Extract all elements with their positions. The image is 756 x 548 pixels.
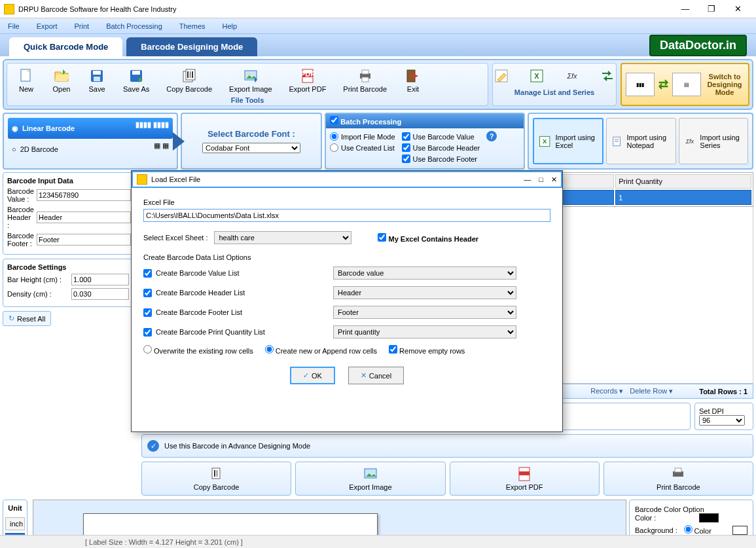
- select-font-label: Select Barcode Font :: [207, 129, 295, 139]
- app-icon: [4, 4, 14, 14]
- append-radio[interactable]: Create new or Append row cells: [265, 345, 377, 355]
- print-barcode-button[interactable]: Print Barcode: [337, 66, 393, 95]
- maximize-button[interactable]: ❐: [704, 3, 719, 16]
- bg-color-radio[interactable]: Color: [684, 525, 730, 535]
- svg-rect-17: [362, 70, 369, 74]
- value-col-select[interactable]: Barcode value: [333, 266, 516, 280]
- menubar: File Export Print Batch Processing Theme…: [0, 18, 756, 34]
- manage-swap-icon[interactable]: [592, 66, 622, 87]
- svg-rect-10: [192, 71, 193, 78]
- font-selector-panel: Select Barcode Font : Codabar Font: [181, 113, 322, 170]
- dpi-select[interactable]: 96: [699, 415, 745, 426]
- menu-help[interactable]: Help: [220, 21, 240, 31]
- col-qty[interactable]: Print Quantity: [615, 174, 751, 189]
- footer-col-select[interactable]: Footer: [333, 306, 516, 319]
- dialog-maximize[interactable]: □: [539, 175, 543, 184]
- density-input[interactable]: [71, 288, 129, 300]
- create-header-check[interactable]: [143, 289, 152, 297]
- 2d-barcode-radio[interactable]: ○2D Barcode▦ ▦: [8, 139, 173, 160]
- new-button[interactable]: New: [11, 66, 41, 95]
- use-barcode-header-check[interactable]: Use Barcode Header: [402, 142, 480, 153]
- export-pdf-button[interactable]: PDFExport PDF: [283, 66, 333, 95]
- linear-barcode-radio[interactable]: ◉Linear Barcode▮▮▮▮ ▮▮▮▮: [8, 118, 173, 139]
- svg-text:Σfx: Σfx: [685, 138, 694, 145]
- manage-edit-icon[interactable]: [486, 66, 516, 87]
- close-button[interactable]: ✕: [730, 3, 746, 16]
- saveas-button[interactable]: Save As: [117, 66, 155, 95]
- manage-fx-icon[interactable]: Σfx: [557, 66, 587, 87]
- open-button[interactable]: Open: [46, 66, 77, 95]
- excel-sheet-select[interactable]: health care: [214, 231, 351, 244]
- color-swatch[interactable]: [699, 513, 719, 522]
- menu-export[interactable]: Export: [34, 21, 60, 31]
- export-image-action[interactable]: Export Image: [295, 462, 445, 496]
- has-header-check[interactable]: My Excel Contains Header: [378, 233, 478, 243]
- unit-inch[interactable]: inch: [5, 517, 25, 530]
- menu-themes[interactable]: Themes: [177, 21, 208, 31]
- delete-row-dropdown[interactable]: Delete Row ▾: [630, 387, 673, 395]
- mode-tabs: Quick Barcode Mode Barcode Designing Mod…: [0, 34, 756, 56]
- print-barcode-action[interactable]: Print Barcode: [603, 462, 753, 496]
- minimize-button[interactable]: —: [677, 3, 693, 16]
- records-dropdown[interactable]: Records ▾: [590, 387, 623, 395]
- svg-text:Σfx: Σfx: [566, 72, 577, 80]
- barcode-header-input[interactable]: [37, 211, 131, 223]
- exit-button[interactable]: Exit: [398, 66, 428, 95]
- ok-button[interactable]: ✓ OK: [290, 367, 335, 384]
- titlebar: DRPU Barcode Software for Health Care In…: [0, 0, 756, 18]
- create-value-check[interactable]: [143, 269, 152, 278]
- switch-design-icon: ▤: [672, 73, 701, 96]
- overwrite-radio[interactable]: Overwrite the existing row cells: [143, 345, 253, 355]
- dialog-minimize[interactable]: —: [524, 175, 531, 184]
- tab-designing[interactable]: Barcode Designing Mode: [126, 37, 257, 56]
- header-col-select[interactable]: Header: [333, 286, 516, 299]
- menu-file[interactable]: File: [5, 21, 22, 31]
- import-notepad-button[interactable]: Import using Notepad: [606, 118, 675, 164]
- bg-swatch[interactable]: [732, 526, 747, 535]
- export-image-button[interactable]: Export Image: [223, 66, 278, 95]
- menu-print[interactable]: Print: [72, 21, 92, 31]
- remove-empty-check[interactable]: Remove empty rows: [389, 345, 465, 355]
- barcode-value-input[interactable]: [37, 189, 131, 201]
- switch-mode-button[interactable]: ▮▮▮ ⇄ ▤ Switch to Designing Mode: [621, 63, 749, 106]
- arrow-icon: [173, 132, 185, 151]
- 2d-barcode-icon: ▦ ▦: [154, 141, 169, 157]
- import-excel-button[interactable]: XImport using Excel: [533, 118, 603, 164]
- bar-height-input[interactable]: [71, 274, 129, 285]
- svg-rect-2: [93, 71, 101, 75]
- menu-batch[interactable]: Batch Processing: [103, 21, 165, 31]
- copy-barcode-action[interactable]: Copy Barcode: [141, 462, 291, 496]
- dialog-close[interactable]: ✕: [551, 175, 557, 184]
- copy-barcode-button[interactable]: Copy Barcode: [160, 66, 218, 95]
- use-created-list-radio[interactable]: Use Created List: [330, 142, 395, 153]
- barcode-config-row: ◉Linear Barcode▮▮▮▮ ▮▮▮▮ ○2D Barcode▦ ▦ …: [3, 113, 753, 170]
- cancel-button[interactable]: ✕ Cancel: [348, 367, 404, 384]
- manage-excel-icon[interactable]: X: [522, 66, 552, 87]
- use-barcode-value-check[interactable]: Use Barcode Value: [402, 131, 480, 142]
- main-toolbar: New Open Save Save As Copy Barcode Expor…: [3, 59, 753, 110]
- barcode-font-select[interactable]: Codabar Font: [202, 143, 300, 153]
- create-qty-check[interactable]: [143, 328, 152, 337]
- barcode-footer-input[interactable]: [37, 234, 131, 246]
- batch-enable-checkbox[interactable]: [330, 116, 338, 124]
- svg-rect-9: [190, 71, 190, 78]
- dialog-icon: [137, 174, 147, 185]
- manage-label: Manage List and Series: [497, 87, 612, 96]
- load-excel-dialog: Load Excel File — □ ✕ Excel File Select …: [131, 170, 563, 432]
- reset-all-button[interactable]: ↻ Reset All: [3, 311, 51, 326]
- export-pdf-action[interactable]: Export PDF: [450, 462, 600, 496]
- import-file-mode-radio[interactable]: Import File Mode: [330, 131, 395, 142]
- tab-quick-barcode[interactable]: Quick Barcode Mode: [9, 37, 122, 56]
- options-title: Create Barcode Data List Options: [143, 253, 550, 261]
- svg-rect-37: [675, 468, 681, 472]
- use-barcode-footer-check[interactable]: Use Barcode Footer: [402, 153, 480, 164]
- advance-designing-button[interactable]: ✓ Use this Barcode in Advance Designing …: [141, 434, 753, 458]
- help-icon[interactable]: ?: [486, 131, 497, 141]
- create-footer-check[interactable]: [143, 308, 152, 317]
- save-button[interactable]: Save: [82, 66, 112, 95]
- qty-col-select[interactable]: Print quantity: [333, 325, 516, 338]
- excel-path-input[interactable]: [143, 209, 550, 222]
- import-series-button[interactable]: ΣfxImport using Series: [679, 118, 748, 164]
- label-size-status: [ Label Size : Width = 4.127 Height = 3.…: [85, 538, 243, 546]
- svg-text:X: X: [543, 138, 547, 145]
